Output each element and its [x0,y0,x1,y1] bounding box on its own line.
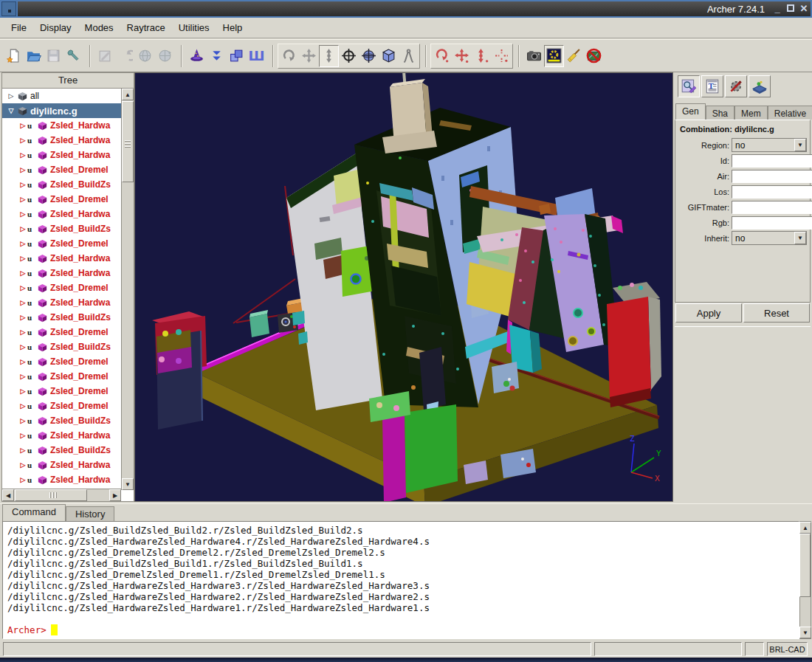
expander-closed-icon[interactable]: ▷ [18,137,27,144]
apply-button[interactable]: Apply [675,303,742,323]
tab-relative[interactable]: Relative [768,106,812,120]
tree-item-Zsled_BuildZs[interactable]: ▷uZsled_BuildZs [2,339,121,354]
expander-closed-icon[interactable]: ▷ [18,240,27,247]
tree-item-Zsled_BuildZs[interactable]: ▷uZsled_BuildZs [2,413,121,428]
expander-closed-icon[interactable]: ▷ [18,196,27,203]
expander-closed-icon[interactable]: ▷ [18,446,27,454]
expander-closed-icon[interactable]: ▷ [18,255,27,262]
view-center-button[interactable] [339,45,359,67]
titlebar[interactable]: Archer 7.24.1 _ ✕ [0,0,812,18]
combination-edit-button[interactable] [678,75,700,97]
view-sphere-button[interactable] [359,45,379,67]
view-scale-button[interactable] [319,45,339,67]
tab-gen[interactable]: Gen [675,103,706,120]
global-translate-button[interactable] [155,45,175,67]
view-rotate-button[interactable] [279,45,299,67]
tree-item-Zsled_Hardwa[interactable]: ▷uZsled_Hardwa [2,207,121,221]
tree-item-Zsled_BuildZs[interactable]: ▷uZsled_BuildZs [2,310,121,325]
maximize-button[interactable] [784,2,797,15]
air-field[interactable] [732,170,812,183]
scroll-up-icon[interactable]: ▲ [799,522,811,534]
tree-vertical-scrollbar[interactable]: ▲ ▼ [121,89,134,490]
tab-mem[interactable]: Mem [734,106,768,120]
view-translate-button[interactable] [299,45,319,67]
region-dropdown[interactable]: no▼ [732,138,807,152]
scroll-left-icon[interactable]: ◀ [2,489,14,501]
inherit-dropdown[interactable]: no▼ [732,231,807,245]
window-menu-icon[interactable] [1,1,16,16]
tree-item-Zsled_Hardwa[interactable]: ▷uZsled_Hardwa [2,133,121,148]
tools-gear-button[interactable] [725,75,747,97]
tree-item-Zsled_Dremel[interactable]: ▷uZsled_Dremel [2,325,121,339]
tree-item-Zsled_Dremel[interactable]: ▷uZsled_Dremel [2,280,121,295]
los-field[interactable] [732,185,812,199]
expander-closed-icon[interactable]: ▷ [18,387,27,395]
clean-broom-button[interactable] [564,45,584,67]
raytrace-scene-button[interactable] [749,75,771,97]
new-file-button[interactable] [4,45,24,67]
tab-history[interactable]: History [66,506,114,521]
expander-closed-icon[interactable]: ▷ [18,461,27,469]
viewport-3d-model[interactable]: Z Y X [135,73,672,501]
extrude-shape-button[interactable]: Ш [247,45,266,67]
expander-closed-icon[interactable]: ▷ [18,358,27,365]
console-output[interactable]: /diylilcnc.g/Zsled_BuildZsled_Build2.r/Z… [2,521,799,639]
tree-item-Zsled_Dremel[interactable]: ▷uZsled_Dremel [2,192,121,207]
scroll-up-icon[interactable]: ▲ [122,89,134,100]
expander-closed-icon[interactable]: ▷ [18,432,27,439]
console-scroll-thumb[interactable] [799,534,811,597]
chevron-down-icon[interactable]: ▼ [794,232,806,244]
rgb-field[interactable] [732,216,812,230]
expander-closed-icon[interactable]: ▷ [18,181,27,188]
expander-closed-icon[interactable]: ▷ [18,476,27,483]
expander-closed-icon[interactable]: ▷ [18,343,27,351]
tree-item-Zsled_Dremel[interactable]: ▷uZsled_Dremel [2,384,121,399]
scroll-right-icon[interactable]: ▶ [109,489,121,501]
edit-scale-button[interactable] [472,45,492,67]
undo-button[interactable] [115,45,135,67]
tree-item-Zsled_Dremel[interactable]: ▷uZsled_Dremel [2,162,121,177]
edit-translate-button[interactable] [452,45,472,67]
scroll-down-icon[interactable]: ▼ [799,627,811,638]
wizard-hat-button[interactable] [187,45,207,67]
tree-item-Zsled_Hardwa[interactable]: ▷uZsled_Hardwa [2,251,121,266]
expander-closed-icon[interactable]: ▷ [18,269,27,277]
tree-item-Zsled_Hardwa[interactable]: ▷uZsled_Hardwa [2,118,121,133]
view-cube-button[interactable] [379,45,399,67]
expander-closed-icon[interactable]: ▷ [18,210,27,218]
framebuffer-toggle-button[interactable] [544,45,564,67]
tree-item-Zsled_Hardwa[interactable]: ▷uZsled_Hardwa [2,458,121,472]
collapse-chevrons-button[interactable] [207,45,227,67]
open-folder-button[interactable] [24,45,44,67]
menu-help[interactable]: Help [216,20,250,35]
tree-item-Zsled_Dremel[interactable]: ▷uZsled_Dremel [2,236,121,251]
tab-sha[interactable]: Sha [706,106,734,120]
tree-vscroll-thumb[interactable] [122,101,134,182]
menu-file[interactable]: File [4,20,33,35]
preferences-wrench-button[interactable] [63,45,83,67]
expander-closed-icon[interactable]: ▷ [18,225,27,232]
snapshot-camera-button[interactable] [524,45,544,67]
close-button[interactable]: ✕ [797,2,811,15]
tree-item-Zsled_Dremel[interactable]: ▷uZsled_Dremel [2,354,121,369]
tree-item-Zsled_BuildZs[interactable]: ▷uZsled_BuildZs [2,177,121,192]
expander-closed-icon[interactable]: ▷ [18,299,27,306]
id-field[interactable] [732,154,812,168]
tree-item-Zsled_Hardwa[interactable]: ▷uZsled_Hardwa [2,295,121,310]
expander-closed-icon[interactable]: ▷ [18,166,27,173]
tree-horizontal-scrollbar[interactable]: ◀ ▶ [2,489,121,501]
tab-command[interactable]: Command [2,504,66,521]
expander-closed-icon[interactable]: ▷ [18,373,27,380]
console-scrollbar[interactable]: ▲ ▼ [799,521,811,639]
expander-closed-icon[interactable]: ▷ [18,314,27,321]
menu-utilities[interactable]: Utilities [172,20,216,35]
minimize-button[interactable]: _ [771,2,784,15]
tree-hscroll-thumb[interactable] [15,489,87,501]
tree-item-Zsled_Hardwa[interactable]: ▷uZsled_Hardwa [2,266,121,280]
tree-item-Zsled_BuildZs[interactable]: ▷uZsled_BuildZs [2,221,121,236]
scroll-down-icon[interactable]: ▼ [122,478,134,490]
expander-closed-icon[interactable]: ▷ [18,284,27,292]
sketch-edit-button[interactable] [95,45,115,67]
duplicate-objects-button[interactable] [227,45,247,67]
expander-closed-icon[interactable]: ▷ [7,92,16,100]
